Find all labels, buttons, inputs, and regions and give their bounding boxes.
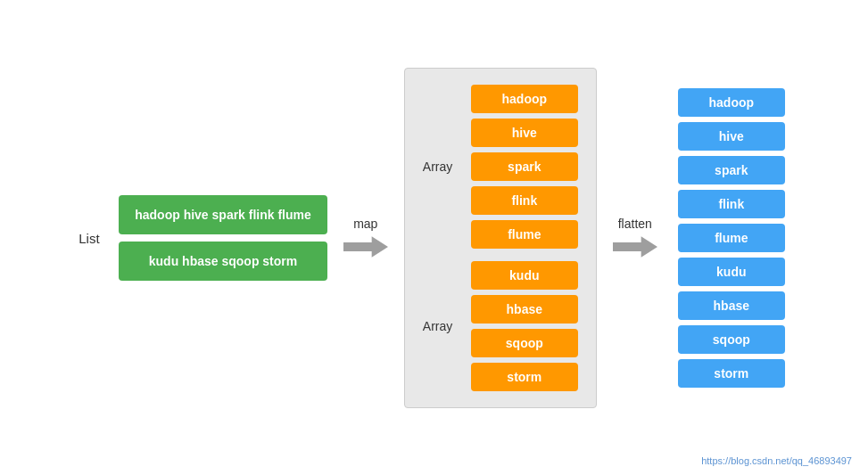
array-group-2: Array kudu hbase sqoop storm	[423, 261, 578, 391]
orange-storm: storm	[471, 363, 578, 391]
orange-flume: flume	[471, 220, 578, 249]
blue-flume: flume	[678, 224, 785, 252]
flat-section: hadoop hive spark flink flume kudu hbase…	[678, 88, 785, 388]
green-box-2: kudu hbase sqoop storm	[119, 242, 327, 281]
orange-hbase: hbase	[471, 295, 578, 323]
list-section: List hadoop hive spark flink flume kudu …	[119, 195, 327, 281]
orange-sqoop: sqoop	[471, 329, 578, 357]
flatten-arrow-container: flatten	[613, 217, 657, 259]
blue-spark: spark	[678, 156, 785, 184]
map-arrow-container: map	[343, 217, 388, 259]
array-items-2: kudu hbase sqoop storm	[471, 261, 578, 391]
array-items-1: hadoop hive spark flink flume	[471, 85, 578, 249]
orange-spark: spark	[471, 152, 578, 181]
blue-kudu: kudu	[678, 258, 785, 286]
map-arrow-icon	[343, 234, 388, 259]
svg-marker-0	[343, 236, 388, 257]
blue-hadoop: hadoop	[678, 88, 785, 117]
svg-marker-1	[613, 236, 657, 257]
blue-storm: storm	[678, 359, 785, 388]
list-items: hadoop hive spark flink flume kudu hbase…	[119, 195, 327, 281]
flatten-label: flatten	[618, 217, 652, 231]
main-container: List hadoop hive spark flink flume kudu …	[0, 0, 868, 475]
list-label: List	[79, 230, 99, 245]
array-label-2: Array	[423, 319, 460, 333]
blue-hbase: hbase	[678, 291, 785, 320]
array-section: Array hadoop hive spark flink flume Arra…	[404, 68, 597, 408]
blue-hive: hive	[678, 122, 785, 151]
array-group-1: Array hadoop hive spark flink flume	[423, 85, 578, 249]
orange-hadoop: hadoop	[471, 85, 578, 113]
blue-sqoop: sqoop	[678, 325, 785, 354]
watermark: https://blog.csdn.net/qq_46893497	[701, 455, 852, 466]
flatten-arrow-icon	[613, 234, 657, 259]
blue-flink: flink	[678, 190, 785, 218]
orange-flink: flink	[471, 186, 578, 215]
array-label-1: Array	[423, 160, 460, 174]
green-box-1: hadoop hive spark flink flume	[119, 195, 327, 234]
map-label: map	[353, 217, 377, 231]
orange-kudu: kudu	[471, 261, 578, 290]
orange-hive: hive	[471, 119, 578, 147]
